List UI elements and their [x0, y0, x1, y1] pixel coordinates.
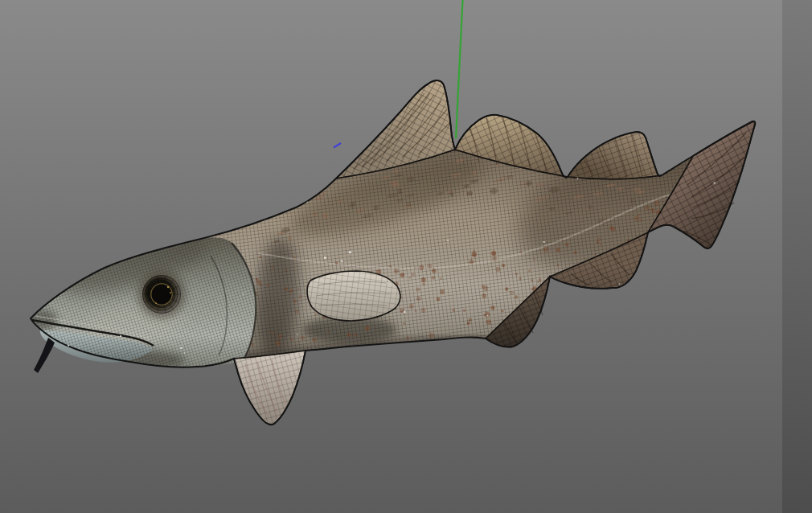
fish-eye [137, 270, 186, 318]
viewport[interactable] [0, 0, 812, 513]
eye-sparkle [170, 292, 171, 293]
viewport-edge-strip [782, 0, 812, 513]
viewport-canvas[interactable] [0, 0, 812, 513]
eye-sparkle [167, 286, 169, 288]
pectoral-fin [307, 271, 400, 321]
eye-sparkle [155, 302, 157, 304]
